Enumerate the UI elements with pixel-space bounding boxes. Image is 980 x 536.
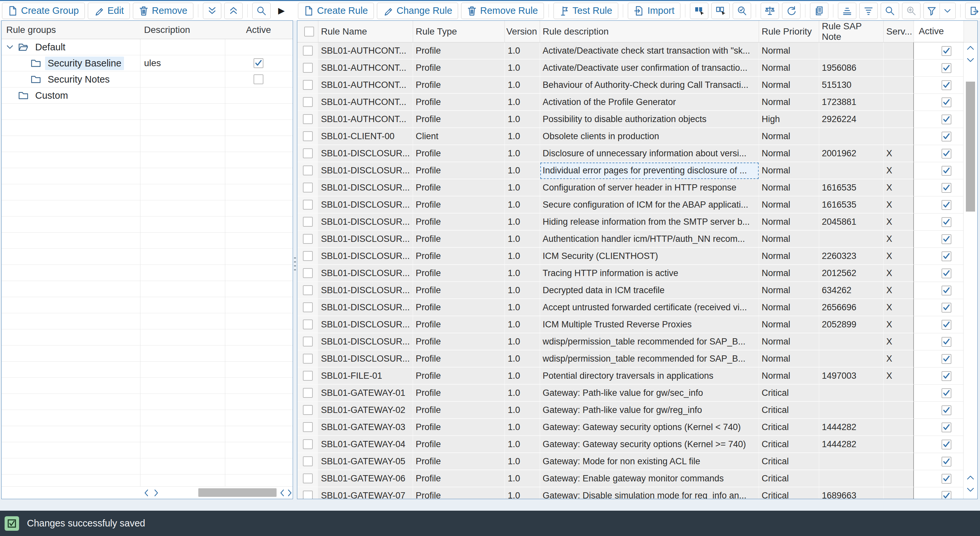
find-button[interactable] <box>881 3 899 19</box>
table-row[interactable]: SBL01-AUTHCONT...Profile1.0Activate/Deac… <box>297 42 977 59</box>
test-rule-button[interactable]: Test Rule <box>554 3 618 19</box>
rule-active-checkbox[interactable] <box>942 200 951 210</box>
row-select-checkbox[interactable] <box>303 474 313 483</box>
tree-item-security-notes[interactable]: Security Notes <box>2 72 140 87</box>
rule-active-checkbox[interactable] <box>942 115 951 124</box>
scroll-down-icon[interactable] <box>966 56 975 65</box>
filter-split-button[interactable] <box>923 3 956 19</box>
table-row[interactable]: SBL01-DISCLOSUR...Profile1.0Authenticati… <box>297 231 977 248</box>
rule-active-checkbox[interactable] <box>942 251 951 261</box>
row-select-checkbox[interactable] <box>303 422 313 432</box>
rule-active-checkbox[interactable] <box>942 371 951 381</box>
rule-description-column-header[interactable]: Rule description <box>540 21 759 42</box>
row-select-checkbox[interactable] <box>303 80 313 90</box>
rule-active-checkbox[interactable] <box>942 286 951 295</box>
active-column-header[interactable]: Active <box>225 25 292 35</box>
splitter-grip-icon[interactable] <box>294 257 296 271</box>
rule-groups-column-header[interactable]: Rule groups <box>6 25 56 35</box>
row-select-checkbox[interactable] <box>303 97 313 107</box>
rule-active-checkbox[interactable] <box>942 474 951 484</box>
expand-all-button[interactable] <box>203 3 221 19</box>
tree-item-default[interactable]: Default <box>2 39 140 55</box>
table-row[interactable]: SBL01-GATEWAY-05Profile1.0Gateway: Mode … <box>297 453 977 470</box>
row-select-checkbox[interactable] <box>303 491 313 499</box>
rule-active-checkbox[interactable] <box>942 268 951 278</box>
scroll-right-icon[interactable] <box>286 488 293 499</box>
table-row[interactable]: SBL01-DISCLOSUR...Profile1.0Secure confi… <box>297 196 977 214</box>
compare-button[interactable] <box>760 3 779 19</box>
table-row[interactable]: SBL01-DISCLOSUR...Profile1.0Decrypted da… <box>297 282 977 299</box>
row-select-checkbox[interactable] <box>303 148 313 158</box>
table-row[interactable]: SBL01-GATEWAY-07Profile1.0Gateway: Disab… <box>297 487 977 499</box>
rule-priority-column-header[interactable]: Rule Priority <box>759 21 819 42</box>
rule-description-cell[interactable]: Individual error pages for preventing di… <box>540 162 759 179</box>
table-row[interactable]: SBL01-AUTHCONT...Profile1.0Possibility t… <box>297 111 977 128</box>
row-select-checkbox[interactable] <box>303 319 313 329</box>
rule-active-checkbox[interactable] <box>942 440 951 450</box>
create-rule-button[interactable]: Create Rule <box>298 3 374 19</box>
table-row[interactable]: SBL01-AUTHCONT...Profile1.0Activate/Deac… <box>297 59 977 77</box>
rule-active-checkbox[interactable] <box>942 166 951 176</box>
tree-row[interactable]: Security Baselineules <box>2 55 293 72</box>
row-select-checkbox[interactable] <box>303 183 313 193</box>
table-row[interactable]: SBL01-DISCLOSUR...Profile1.0Configuratio… <box>297 179 977 196</box>
tree-item-custom[interactable]: Custom <box>2 88 140 103</box>
panel-splitter[interactable] <box>293 21 297 499</box>
scroll-left-icon[interactable] <box>278 488 286 499</box>
group-active-checkbox[interactable] <box>253 74 263 84</box>
row-select-checkbox[interactable] <box>303 456 313 466</box>
vertical-scrollbar-thumb[interactable] <box>966 81 975 212</box>
row-select-checkbox[interactable] <box>303 166 313 175</box>
rule-active-checkbox[interactable] <box>942 405 951 415</box>
row-select-checkbox[interactable] <box>303 234 313 244</box>
rule-active-checkbox[interactable] <box>942 457 951 467</box>
groups-horizontal-scrollbar[interactable] <box>2 486 293 499</box>
sort-descending-button[interactable] <box>859 3 878 19</box>
scroll-up-icon[interactable] <box>966 45 975 53</box>
rule-active-checkbox[interactable] <box>942 183 951 193</box>
row-select-checkbox[interactable] <box>303 63 313 73</box>
row-select-checkbox[interactable] <box>303 302 313 312</box>
table-row[interactable]: SBL01-GATEWAY-01Profile1.0Gateway: Path-… <box>297 384 977 402</box>
version-column-header[interactable]: Version <box>505 21 540 42</box>
rule-type-column-header[interactable]: Rule Type <box>413 21 505 42</box>
table-row[interactable]: SBL01-DISCLOSUR...Profile1.0wdisp/permis… <box>297 351 977 367</box>
rule-active-checkbox[interactable] <box>942 46 951 56</box>
rule-active-checkbox[interactable] <box>942 97 951 107</box>
rule-name-column-header[interactable]: Rule Name <box>318 21 413 42</box>
toolbar-overflow-arrow[interactable]: ▶ <box>278 6 285 16</box>
chevron-down-icon[interactable] <box>940 3 955 19</box>
row-select-checkbox[interactable] <box>303 217 313 227</box>
scroll-left-icon[interactable] <box>142 488 150 499</box>
table-row[interactable]: SBL01-DISCLOSUR...Profile1.0Disclosure o… <box>297 145 977 162</box>
rule-active-checkbox[interactable] <box>942 303 951 313</box>
description-column-header[interactable]: Description <box>144 25 190 35</box>
table-row[interactable]: SBL01-DISCLOSUR...Profile1.0wdisp/permis… <box>297 333 977 351</box>
row-select-checkbox[interactable] <box>303 285 313 295</box>
table-row[interactable]: SBL01-DISCLOSUR...Profile1.0Accept untru… <box>297 299 977 316</box>
table-row[interactable]: SBL01-AUTHCONT...Profile1.0Activation of… <box>297 94 977 111</box>
export-button[interactable] <box>965 3 980 19</box>
rule-active-checkbox[interactable] <box>942 491 951 499</box>
row-select-checkbox[interactable] <box>303 200 313 210</box>
rule-active-checkbox[interactable] <box>942 149 951 159</box>
rule-active-checkbox[interactable] <box>942 423 951 432</box>
table-row[interactable]: SBL01-GATEWAY-02Profile1.0Gateway: Path-… <box>297 402 977 419</box>
select-all-checkbox[interactable] <box>304 27 314 37</box>
row-select-checkbox[interactable] <box>303 251 313 261</box>
horizontal-scrollbar-thumb[interactable] <box>198 488 277 497</box>
row-select-checkbox[interactable] <box>303 268 313 278</box>
row-select-checkbox[interactable] <box>303 388 313 398</box>
row-select-checkbox[interactable] <box>303 405 313 415</box>
table-row[interactable]: SBL01-AUTHCONT...Profile1.0Behaviour of … <box>297 77 977 94</box>
row-select-checkbox[interactable] <box>303 46 313 56</box>
tree-row[interactable]: Custom <box>2 88 293 104</box>
rule-active-checkbox[interactable] <box>942 234 951 244</box>
rule-active-checkbox[interactable] <box>942 217 951 227</box>
row-select-checkbox[interactable] <box>303 337 313 346</box>
scroll-up-icon[interactable] <box>966 474 975 483</box>
table-row[interactable]: SBL01-FILE-01Profile1.0Potential directo… <box>297 367 977 384</box>
rule-active-checkbox[interactable] <box>942 388 951 398</box>
table-row[interactable]: SBL01-DISCLOSUR...Profile1.0Tracing HTTP… <box>297 265 977 282</box>
row-select-checkbox[interactable] <box>303 114 313 124</box>
